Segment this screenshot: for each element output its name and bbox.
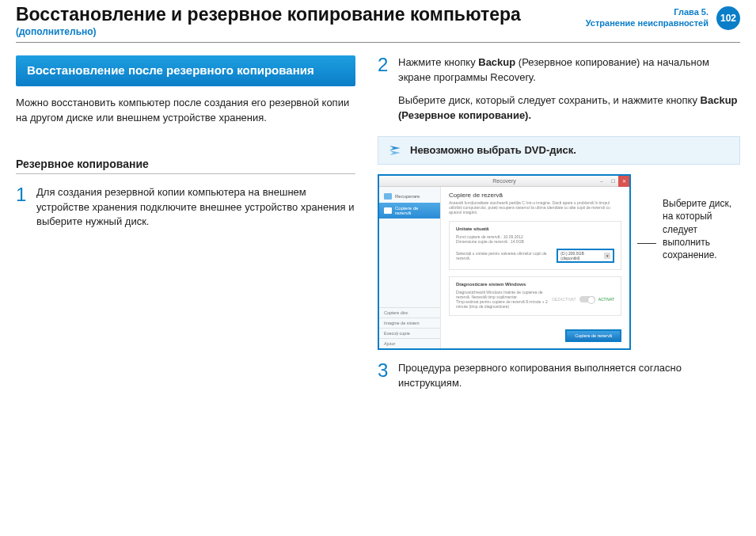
sidebar-item-backup[interactable]: Copiere de rezervă — [379, 203, 440, 219]
toggle-switch-icon — [579, 296, 595, 302]
window-body: Recuperare Copiere de rezervă Copiere di… — [379, 187, 629, 348]
sidebar-item-backup-label: Copiere de rezervă — [395, 206, 435, 215]
page-header: Восстановление и резервное копирование к… — [0, 0, 756, 40]
sidebar-nav: Recuperare Copiere de rezervă — [379, 187, 440, 222]
page-number-badge: 102 — [716, 6, 740, 30]
panel-drive-location: Unitate situată Punct copiere de rezervă… — [449, 221, 621, 270]
recover-icon — [384, 193, 392, 200]
screenshot-with-callout: Recovery – ☐ ✕ Recuperare — [378, 174, 740, 350]
sidebar-link-execute-copy[interactable]: Execuți copie — [379, 328, 440, 338]
window-titlebar: Recovery – ☐ ✕ — [379, 176, 629, 187]
step-2-line-1: Нажмите кнопку Backup (Резервное копиров… — [398, 55, 740, 86]
panel2-line2: Timp estimat pentru copiere de rezervă 8… — [456, 299, 552, 309]
step-2: 2 Нажмите кнопку Backup (Резервное копир… — [378, 55, 740, 123]
left-column: Восстановление после резервного копирова… — [16, 55, 355, 390]
sidebar-link-copy-disc[interactable]: Copiere disc — [379, 307, 440, 317]
diagnostics-row: Diagnostichează Windows înainte de copie… — [456, 290, 614, 309]
window-max-button[interactable]: ☐ — [607, 176, 618, 187]
note-box: Невозможно выбрать DVD-диск. — [378, 136, 740, 165]
step-1-text: Для создания резервной копии компьютера … — [36, 185, 355, 230]
step-2-body: Нажмите кнопку Backup (Резервное копиров… — [398, 55, 740, 123]
window-close-button[interactable]: ✕ — [618, 176, 629, 187]
section-banner: Восстановление после резервного копирова… — [16, 55, 355, 86]
backup-button[interactable]: Copiere de rezervă — [565, 329, 621, 342]
app-sidebar: Recuperare Copiere de rezervă Copiere di… — [379, 187, 441, 348]
main-description: Această funcționalitate stochează partiț… — [449, 200, 621, 215]
header-right: Глава 5. Устранение неисправностей 102 — [586, 6, 740, 30]
content-columns: Восстановление после резервного копирова… — [0, 43, 756, 398]
panel2-line1: Diagnostichează Windows înainte de copie… — [456, 290, 552, 299]
sidebar-link-help[interactable]: Ajutor — [379, 338, 440, 348]
intro-paragraph: Можно восстановить компьютер после созда… — [16, 96, 355, 126]
panel1-title: Unitate situată — [456, 226, 614, 231]
panel1-line3: Selectați o unitate pentru salvarea ulti… — [456, 251, 557, 260]
step-1-number: 1 — [16, 185, 28, 230]
panel1-line2: Dimensiune copie de rezervă : 14.0GB — [456, 239, 614, 244]
step-3-text: Процедура резервного копирования выполня… — [398, 361, 740, 391]
backup-icon — [384, 207, 392, 214]
panel2-title: Diagnosticare sistem Windows — [456, 282, 614, 287]
step-3: 3 Процедура резервного копирования выпол… — [378, 361, 740, 391]
page-subtitle: (дополнительно) — [16, 26, 521, 37]
step-1: 1 Для создания резервной копии компьютер… — [16, 185, 355, 230]
chapter-label: Глава 5. Устранение неисправностей — [586, 7, 709, 29]
step-2-prefix: Нажмите кнопку — [398, 56, 478, 68]
app-main-pane: Copiere de rezervă Această funcționalita… — [441, 187, 629, 348]
step-2-number: 2 — [378, 55, 390, 123]
main-heading: Copiere de rezervă — [449, 192, 621, 199]
subheading-backup: Резервное копирование — [16, 158, 355, 174]
diagnostics-toggle[interactable]: DEZACTIVAT ACTIVAT — [552, 296, 614, 302]
callout-leader-line — [637, 243, 656, 244]
page-title: Восстановление и резервное копирование к… — [16, 5, 521, 25]
sidebar-item-recover[interactable]: Recuperare — [379, 190, 440, 203]
chapter-line-1: Глава 5. — [586, 7, 709, 18]
callout-text: Выберите диск, на который следует выполн… — [663, 197, 740, 261]
toggle-on-label: ACTIVAT — [598, 297, 614, 302]
title-block: Восстановление и резервное копирование к… — [16, 5, 521, 37]
right-column: 2 Нажмите кнопку Backup (Резервное копир… — [378, 55, 740, 390]
chevron-down-icon: ▾ — [604, 253, 610, 259]
window-buttons: – ☐ ✕ — [596, 176, 629, 187]
step-2-bold-1: Backup — [478, 56, 515, 68]
disk-select-value: (D:) 200.0GB (disponibil) — [560, 251, 602, 260]
step-2-line-2: Выберите диск, который следует сохранить… — [398, 93, 740, 124]
step-3-number: 3 — [378, 361, 390, 391]
sidebar-item-recover-label: Recuperare — [395, 194, 420, 199]
toggle-off-label: DEZACTIVAT — [552, 297, 576, 302]
note-text: Невозможно выбрать DVD-диск. — [410, 144, 576, 156]
sidebar-link-system-image[interactable]: Imagine de sistem — [379, 317, 440, 328]
window-title: Recovery — [492, 178, 516, 184]
window-min-button[interactable]: – — [596, 176, 607, 187]
disk-select-row: Selectați o unitate pentru salvarea ulti… — [456, 249, 614, 263]
step-2-sub-prefix: Выберите диск, который следует сохранить… — [398, 94, 701, 106]
disk-select-dropdown[interactable]: (D:) 200.0GB (disponibil) ▾ — [557, 249, 614, 263]
diagnostics-text: Diagnostichează Windows înainte de copie… — [456, 290, 552, 309]
recovery-app-screenshot: Recovery – ☐ ✕ Recuperare — [378, 174, 631, 350]
note-icon — [388, 143, 402, 158]
chapter-line-2: Устранение неисправностей — [586, 18, 709, 29]
panel-diagnostics: Diagnosticare sistem Windows Diagnostich… — [449, 276, 621, 316]
sidebar-bottom-links: Copiere disc Imagine de sistem Execuți c… — [379, 307, 440, 348]
